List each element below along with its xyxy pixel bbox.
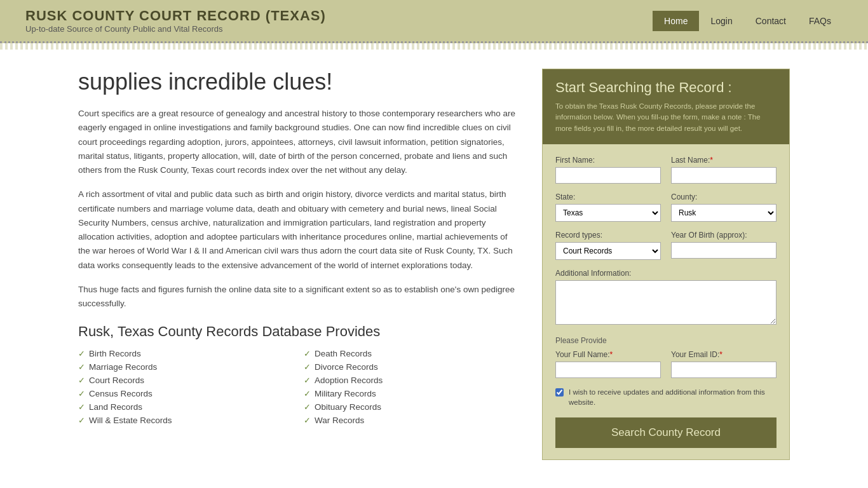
page-heading: supplies incredible clues! [78, 69, 517, 95]
record-types-group: Record types: Court RecordsBirth Records… [555, 231, 661, 260]
first-name-label: First Name: [555, 156, 661, 165]
newsletter-checkbox[interactable] [555, 388, 564, 396]
site-title: RUSK COUNTY COURT RECORD (TEXAS) [25, 8, 326, 24]
list-item: ✓Land Records [78, 402, 291, 412]
please-provide-label: Please Provide [555, 336, 776, 345]
form-description: To obtain the Texas Rusk County Records,… [555, 101, 776, 134]
newsletter-row: I wish to receive updates and additional… [555, 387, 776, 407]
nav-contact[interactable]: Contact [744, 11, 797, 31]
check-icon: ✓ [304, 389, 311, 398]
nav-login[interactable]: Login [699, 11, 743, 31]
right-panel: Start Searching the Record : To obtain t… [542, 69, 790, 460]
last-name-input[interactable] [671, 167, 776, 184]
check-icon: ✓ [304, 349, 311, 358]
check-icon: ✓ [78, 389, 85, 398]
name-row: First Name: Last Name:* [555, 156, 776, 184]
check-icon: ✓ [304, 416, 311, 425]
intro-para-2: A rich assortment of vital and public da… [78, 187, 517, 273]
intro-para-1: Court specifics are a great resource of … [78, 107, 517, 177]
list-item: ✓Court Records [78, 376, 291, 385]
email-label: Your Email ID:* [671, 350, 776, 359]
search-form-box: Start Searching the Record : To obtain t… [542, 69, 790, 460]
additional-info-textarea[interactable] [555, 280, 776, 325]
header-branding: RUSK COUNTY COURT RECORD (TEXAS) Up-to-d… [25, 8, 326, 34]
list-item: ✓War Records [304, 416, 517, 425]
nav-home[interactable]: Home [653, 11, 699, 31]
state-county-row: State: TexasAlabamaAlaskaArizonaArkansas… [555, 193, 776, 222]
list-item: ✓Adoption Records [304, 376, 517, 385]
nav-faqs[interactable]: FAQs [797, 11, 843, 31]
county-group: County: RuskHarrisDallasTravis [671, 193, 776, 222]
credentials-row: Your Full Name:* Your Email ID:* [555, 350, 776, 378]
first-name-input[interactable] [555, 167, 661, 184]
full-name-group: Your Full Name:* [555, 350, 661, 378]
state-group: State: TexasAlabamaAlaskaArizonaArkansas… [555, 193, 661, 222]
form-title: Start Searching the Record : [555, 79, 776, 96]
check-icon: ✓ [304, 376, 311, 385]
email-group: Your Email ID:* [671, 350, 776, 378]
additional-info-row: Additional Information: [555, 269, 776, 327]
email-input[interactable] [671, 362, 776, 378]
check-icon: ✓ [78, 362, 85, 372]
full-name-input[interactable] [555, 362, 661, 378]
last-name-required: * [710, 156, 713, 165]
records-list: ✓Birth Records✓Death Records✓Marriage Re… [78, 349, 517, 425]
list-item: ✓Death Records [304, 349, 517, 358]
record-year-row: Record types: Court RecordsBirth Records… [555, 231, 776, 260]
main-content: supplies incredible clues! Court specifi… [53, 50, 815, 479]
newsletter-label: I wish to receive updates and additional… [569, 387, 776, 407]
main-nav: Home Login Contact FAQs [653, 11, 843, 31]
full-name-label: Your Full Name:* [555, 350, 661, 359]
year-of-birth-group: Year Of Birth (approx): [671, 231, 776, 260]
form-header: Start Searching the Record : To obtain t… [543, 69, 789, 144]
email-required: * [719, 350, 722, 359]
list-item: ✓Divorce Records [304, 362, 517, 372]
county-select[interactable]: RuskHarrisDallasTravis [671, 204, 776, 222]
state-select[interactable]: TexasAlabamaAlaskaArizonaArkansasCalifor… [555, 204, 661, 222]
list-item: ✓Military Records [304, 389, 517, 398]
list-item: ✓Birth Records [78, 349, 291, 358]
year-of-birth-label: Year Of Birth (approx): [671, 231, 776, 240]
form-body: First Name: Last Name:* State: TexasAl [543, 144, 789, 459]
last-name-label: Last Name:* [671, 156, 776, 165]
site-subtitle: Up-to-date Source of County Public and V… [25, 24, 326, 34]
last-name-group: Last Name:* [671, 156, 776, 184]
check-icon: ✓ [78, 349, 85, 358]
check-icon: ✓ [304, 362, 311, 372]
list-item: ✓Census Records [78, 389, 291, 398]
first-name-group: First Name: [555, 156, 661, 184]
intro-para-3: Thus huge facts and figures furnish the … [78, 283, 517, 311]
additional-info-group: Additional Information: [555, 269, 776, 327]
list-item: ✓Will & Estate Records [78, 416, 291, 425]
check-icon: ✓ [78, 376, 85, 385]
check-icon: ✓ [304, 402, 311, 412]
check-icon: ✓ [78, 416, 85, 425]
list-item: ✓Marriage Records [78, 362, 291, 372]
full-name-required: * [610, 350, 613, 359]
year-of-birth-input[interactable] [671, 242, 776, 259]
record-types-label: Record types: [555, 231, 661, 240]
additional-info-label: Additional Information: [555, 269, 776, 278]
search-button[interactable]: Search County Record [555, 417, 776, 448]
records-section-heading: Rusk, Texas County Records Database Prov… [78, 323, 517, 340]
left-content: supplies incredible clues! Court specifi… [78, 69, 517, 460]
county-label: County: [671, 193, 776, 201]
decorative-strip [0, 43, 868, 50]
header: RUSK COUNTY COURT RECORD (TEXAS) Up-to-d… [0, 0, 868, 43]
state-label: State: [555, 193, 661, 201]
record-types-select[interactable]: Court RecordsBirth RecordsDeath RecordsM… [555, 242, 661, 260]
list-item: ✓Obituary Records [304, 402, 517, 412]
check-icon: ✓ [78, 402, 85, 412]
